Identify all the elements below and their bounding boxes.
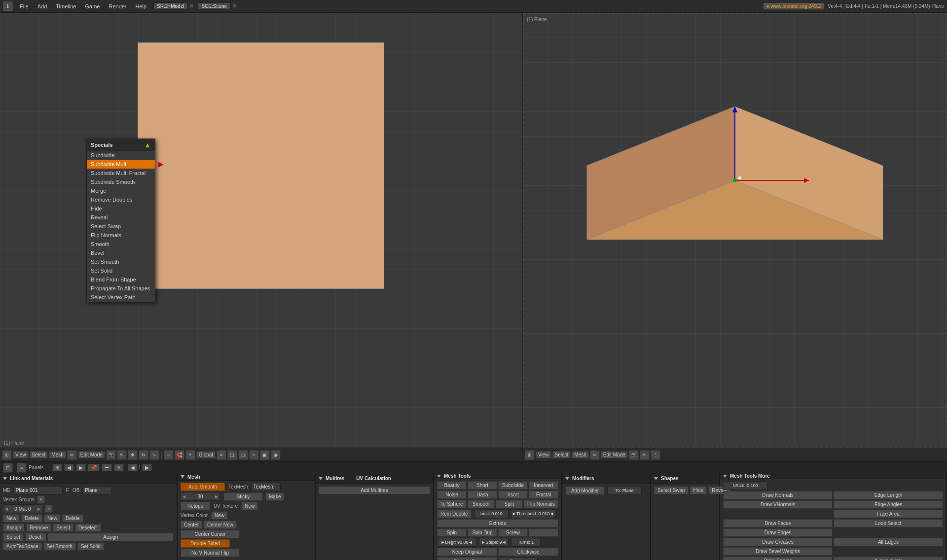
panel-more-collapse[interactable]	[723, 475, 727, 478]
degr-spin-input[interactable]: ►Degr: 90.00◄	[437, 538, 476, 547]
panel-link-collapse[interactable]	[3, 477, 7, 480]
panel-nav-btn[interactable]: ☰	[102, 464, 112, 471]
mat-left-arrow[interactable]: ◀	[3, 507, 9, 511]
vt-scale-icon[interactable]: ⤡	[149, 450, 159, 460]
rvt-icon-1[interactable]: ⊞	[525, 450, 535, 460]
screw-btn[interactable]: Screw	[498, 528, 528, 537]
select-btn[interactable]: Select	[53, 524, 73, 532]
ob-input[interactable]	[82, 486, 112, 494]
vt-rot-icon[interactable]: ↻	[139, 450, 148, 460]
menu-timeline[interactable]: Timeline	[52, 2, 80, 10]
offset-input[interactable]: Offset: 1.00	[498, 557, 538, 560]
specials-subdivide[interactable]: Subdivide	[87, 151, 155, 160]
to-plane-input[interactable]: To: Plane	[607, 486, 642, 495]
specials-subdivide-smooth[interactable]: Subdivide Smooth	[87, 177, 155, 186]
tex-mesh-input[interactable]	[251, 483, 281, 491]
menu-render[interactable]: Render	[105, 2, 130, 10]
vt-icon-1[interactable]: ⊞	[2, 450, 12, 460]
specials-bevel[interactable]: Bevel	[87, 248, 155, 257]
vt-select-icon[interactable]: ↖	[117, 450, 127, 460]
threshold-input[interactable]: ►Threshold: 0.010◄	[511, 509, 555, 518]
degr-left[interactable]: ◀	[181, 494, 187, 499]
vt-snapping-icon[interactable]: 🧲	[175, 450, 184, 460]
vt-view[interactable]: View	[13, 451, 29, 458]
vt-onion-icon[interactable]: ◉	[271, 450, 281, 460]
uv-new-btn[interactable]: New	[241, 502, 258, 510]
specials-smooth[interactable]: Smooth	[87, 240, 155, 248]
vt-mesh[interactable]: Mesh	[49, 451, 66, 458]
vt-props-icon[interactable]: ≡	[217, 450, 226, 460]
vt-face-icon[interactable]: ▣	[260, 450, 270, 460]
mat-right-arrow[interactable]: ▶	[36, 507, 42, 511]
vt-mirror-icon[interactable]: ◫	[227, 450, 237, 460]
make-btn[interactable]: Make	[265, 492, 284, 501]
mat-icon[interactable]: ?	[45, 505, 53, 513]
innervert-btn[interactable]: Innervert	[529, 481, 558, 490]
spin-btn[interactable]: Spin	[437, 528, 467, 537]
assign-btn-2[interactable]: Assign	[48, 533, 174, 541]
assign-btn[interactable]: Assign	[3, 524, 25, 532]
vt-global[interactable]: Global	[196, 451, 216, 458]
delete-btn-1[interactable]: Delete	[21, 514, 42, 523]
vt-cam-icon[interactable]: 📷	[106, 450, 116, 460]
rvt-mode[interactable]: Edit Mode	[601, 451, 628, 458]
retopo-btn[interactable]: Retopo	[181, 502, 210, 510]
loop-select-btn[interactable]: Loop Select	[834, 519, 943, 527]
panel-close-btn[interactable]: ✕	[114, 464, 124, 471]
specials-merge[interactable]: Merge	[87, 186, 155, 195]
vc-new-btn[interactable]: New	[211, 511, 228, 520]
vt-edge-icon[interactable]: ◻	[238, 450, 248, 460]
mat-selector[interactable]: ◀ 0 Mat 0 ▶	[3, 504, 42, 513]
turns-input[interactable]: Turns: 1	[511, 538, 541, 547]
panel-grid-btn[interactable]: ⊞	[52, 464, 62, 471]
specials-hide[interactable]: Hide	[87, 204, 155, 213]
panel-modifiers-collapse[interactable]	[565, 477, 569, 480]
new-btn-2[interactable]: New	[44, 514, 61, 523]
subdivide-btn[interactable]: Subdivide	[498, 481, 528, 490]
extrude-btn[interactable]: Extrude	[437, 519, 558, 527]
context-selector-1[interactable]: SR:2~Model	[153, 2, 187, 10]
face-area-btn[interactable]: Face Area	[834, 510, 943, 518]
set-solid-btn[interactable]: Set Solid	[77, 542, 104, 551]
smooth-btn[interactable]: Smooth	[468, 500, 495, 508]
specials-select-vertex-path[interactable]: Select Vertex Path	[87, 293, 155, 302]
no-v-normal-btn[interactable]: No V Normal Flip	[181, 549, 240, 557]
url-bar[interactable]: ● www.blender.org 249.2	[764, 3, 824, 9]
degr-input[interactable]: ◀ 30 ▶	[181, 492, 220, 501]
auto-smooth-btn[interactable]: Auto Smooth	[181, 483, 225, 491]
short-btn[interactable]: Short	[468, 481, 497, 490]
specials-propagate[interactable]: Propagate To All Shapes	[87, 284, 155, 293]
menu-add[interactable]: Add	[34, 2, 51, 10]
draw-seams-btn[interactable]: Draw Seams	[723, 557, 833, 560]
steps-input[interactable]: ►Steps: 9◄	[479, 538, 509, 547]
center-cursor-btn[interactable]: Center Cursor	[181, 530, 240, 538]
xsort-btn[interactable]: Xsort	[498, 490, 528, 499]
specials-blend-from-shape[interactable]: Blend From Shape	[87, 275, 155, 284]
rvt-cam-icon[interactable]: 📷	[629, 450, 639, 460]
specials-select-swap[interactable]: Select Swap	[87, 222, 155, 231]
rem-double-btn[interactable]: Rem Double	[437, 510, 472, 518]
specials-remove-doubles[interactable]: Remove Doubles	[87, 195, 155, 204]
delete-btn-2[interactable]: Delete	[62, 514, 83, 523]
extrude-dup-btn[interactable]: Extrude Dup	[437, 557, 497, 560]
left-viewport[interactable]: Specials ▲ Subdivide Subdivide Multi Sub…	[0, 13, 523, 461]
panel-meshtools-collapse[interactable]	[437, 475, 441, 478]
select-btn-2[interactable]: Select	[3, 533, 24, 541]
desel-btn[interactable]: Deset.	[25, 533, 46, 541]
all-edges-btn[interactable]: All Edges	[834, 538, 943, 546]
hide-shapes-btn[interactable]: Hide	[690, 486, 707, 494]
draw-faces-btn[interactable]: Draw Faces	[723, 519, 833, 527]
menu-game[interactable]: Game	[81, 2, 104, 10]
right-viewport[interactable]: (1) Plane ⊞ View Select Mesh ✏ Edit Mode…	[523, 13, 947, 461]
draw-normals-btn[interactable]: Draw Normals	[723, 491, 833, 499]
add-modifier-btn[interactable]: Add Modifier	[565, 487, 605, 495]
rvt-edit-icon[interactable]: ✏	[590, 450, 600, 460]
vt-mode[interactable]: Edit Mode	[78, 451, 105, 458]
draw-creases-btn[interactable]: Draw Creases	[723, 538, 833, 546]
vertex-groups-icon[interactable]: +	[37, 495, 45, 503]
panel-icon-2[interactable]: ≡	[17, 463, 27, 473]
rvt-more-icon[interactable]: ⋮	[651, 450, 660, 460]
flip-normals-btn[interactable]: Flip Normals	[524, 500, 558, 508]
panel-pin-btn[interactable]: 📌	[88, 464, 100, 471]
specials-subdivide-multi[interactable]: Subdivide Multi	[87, 160, 155, 169]
